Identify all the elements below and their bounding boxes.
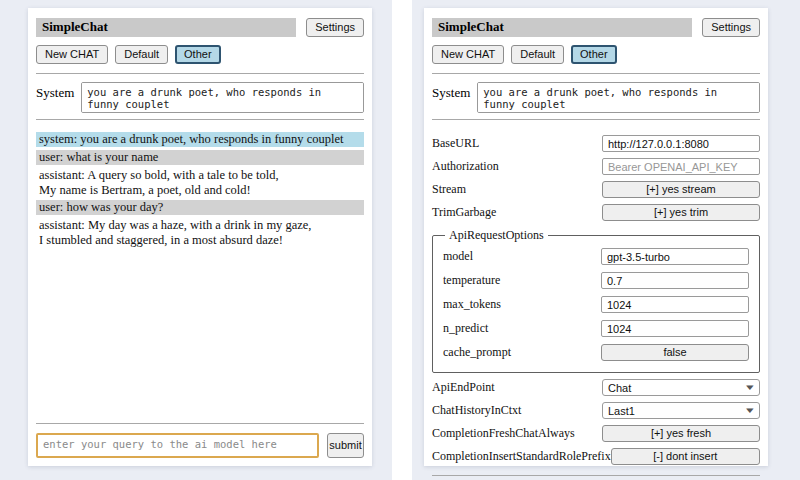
session-button-row: New CHAT Default Other — [432, 45, 760, 64]
api-endpoint-label: ApiEndPoint — [432, 380, 602, 395]
submit-button[interactable]: submit — [327, 433, 364, 458]
divider — [432, 475, 760, 476]
settings-button[interactable]: Settings — [306, 18, 364, 37]
query-input[interactable] — [36, 433, 319, 458]
chat-screenshot: SimpleChat Settings New CHAT Default Oth… — [0, 0, 392, 480]
setting-row-max-tokens: max_tokens — [443, 296, 749, 313]
setting-row-baseurl: BaseURL — [432, 135, 760, 152]
session-other-button[interactable]: Other — [571, 45, 617, 64]
settings-button[interactable]: Settings — [702, 18, 760, 37]
chat-history-label: ChatHistoryInCtxt — [432, 403, 602, 418]
stream-toggle-button[interactable]: [+] yes stream — [602, 181, 760, 198]
api-request-options-fieldset: ApiRequestOptions model temperature max_… — [432, 228, 760, 373]
trimgarbage-label: TrimGarbage — [432, 205, 602, 220]
chat-message-system: system: you are a drunk poet, who respon… — [36, 132, 364, 147]
setting-row-authorization: Authorization — [432, 158, 760, 175]
setting-row-n-predict: n_predict — [443, 320, 749, 337]
api-request-options-legend: ApiRequestOptions — [445, 228, 548, 243]
divider — [36, 119, 364, 120]
settings-form: BaseURL Authorization Stream [+] yes str… — [432, 129, 760, 471]
temperature-label: temperature — [443, 273, 601, 288]
system-prompt-input[interactable]: you are a drunk poet, who responds in fu… — [477, 82, 760, 113]
cache-prompt-label: cache_prompt — [443, 345, 601, 360]
setting-row-stream: Stream [+] yes stream — [432, 181, 760, 198]
session-default-button[interactable]: Default — [511, 45, 564, 64]
setting-row-chat-history: ChatHistoryInCtxt Last1 ▼ — [432, 402, 760, 419]
setting-row-api-endpoint: ApiEndPoint Chat ▼ — [432, 379, 760, 396]
system-prompt-row: System you are a drunk poet, who respond… — [36, 82, 364, 113]
role-prefix-toggle-button[interactable]: [-] dont insert — [611, 448, 760, 465]
chat-panel: SimpleChat Settings New CHAT Default Oth… — [28, 8, 372, 466]
authorization-input[interactable] — [602, 158, 760, 175]
session-default-button[interactable]: Default — [115, 45, 168, 64]
max-tokens-label: max_tokens — [443, 297, 601, 312]
divider — [432, 119, 760, 120]
titlebar: SimpleChat Settings — [432, 18, 760, 37]
fresh-chat-label: CompletionFreshChatAlways — [432, 426, 602, 441]
system-prompt-label: System — [432, 82, 470, 101]
fresh-chat-toggle-button[interactable]: [+] yes fresh — [602, 425, 760, 442]
chat-message-assistant: assistant: My day was a haze, with a dri… — [36, 218, 364, 248]
api-endpoint-selected-value: Chat — [608, 382, 631, 394]
system-prompt-label: System — [36, 82, 74, 101]
authorization-label: Authorization — [432, 159, 602, 174]
settings-panel: SimpleChat Settings New CHAT Default Oth… — [424, 8, 768, 466]
app-title: SimpleChat — [36, 18, 296, 37]
chevron-down-icon: ▼ — [744, 383, 757, 392]
temperature-input[interactable] — [601, 272, 749, 289]
baseurl-input[interactable] — [602, 135, 760, 152]
max-tokens-input[interactable] — [601, 296, 749, 313]
new-chat-button[interactable]: New CHAT — [432, 45, 504, 64]
setting-row-trimgarbage: TrimGarbage [+] yes trim — [432, 204, 760, 221]
chat-message-user: user: what is your name — [36, 150, 364, 165]
app-title: SimpleChat — [432, 18, 692, 37]
setting-row-temperature: temperature — [443, 272, 749, 289]
system-prompt-row: System you are a drunk poet, who respond… — [432, 82, 760, 113]
chat-message-user: user: how was your day? — [36, 200, 364, 215]
new-chat-button[interactable]: New CHAT — [36, 45, 108, 64]
titlebar: SimpleChat Settings — [36, 18, 364, 37]
setting-row-fresh-chat: CompletionFreshChatAlways [+] yes fresh — [432, 425, 760, 442]
setting-row-model: model — [443, 248, 749, 265]
n-predict-input[interactable] — [601, 320, 749, 337]
baseurl-label: BaseURL — [432, 136, 602, 151]
model-label: model — [443, 249, 601, 264]
stream-label: Stream — [432, 182, 602, 197]
settings-screenshot: SimpleChat Settings New CHAT Default Oth… — [412, 0, 800, 480]
chat-message-assistant: assistant: A query so bold, with a tale … — [36, 168, 364, 198]
divider — [36, 73, 364, 74]
role-prefix-label: CompletionInsertStandardRolePrefix — [432, 449, 611, 464]
trimgarbage-toggle-button[interactable]: [+] yes trim — [602, 204, 760, 221]
api-endpoint-select[interactable]: Chat ▼ — [602, 379, 760, 396]
chat-log: system: you are a drunk poet, who respon… — [36, 129, 364, 419]
cache-prompt-toggle-button[interactable]: false — [601, 344, 749, 361]
divider — [36, 423, 364, 424]
system-prompt-input[interactable]: you are a drunk poet, who responds in fu… — [81, 82, 364, 113]
chat-history-select[interactable]: Last1 ▼ — [602, 402, 760, 419]
chevron-down-icon: ▼ — [744, 406, 757, 415]
chat-history-selected-value: Last1 — [608, 405, 635, 417]
setting-row-role-prefix: CompletionInsertStandardRolePrefix [-] d… — [432, 448, 760, 465]
session-other-button[interactable]: Other — [175, 45, 221, 64]
n-predict-label: n_predict — [443, 321, 601, 336]
screenshot-gap — [392, 0, 412, 480]
setting-row-cache-prompt: cache_prompt false — [443, 344, 749, 361]
divider — [432, 73, 760, 74]
session-button-row: New CHAT Default Other — [36, 45, 364, 64]
query-row: submit — [36, 433, 364, 458]
model-input[interactable] — [601, 248, 749, 265]
